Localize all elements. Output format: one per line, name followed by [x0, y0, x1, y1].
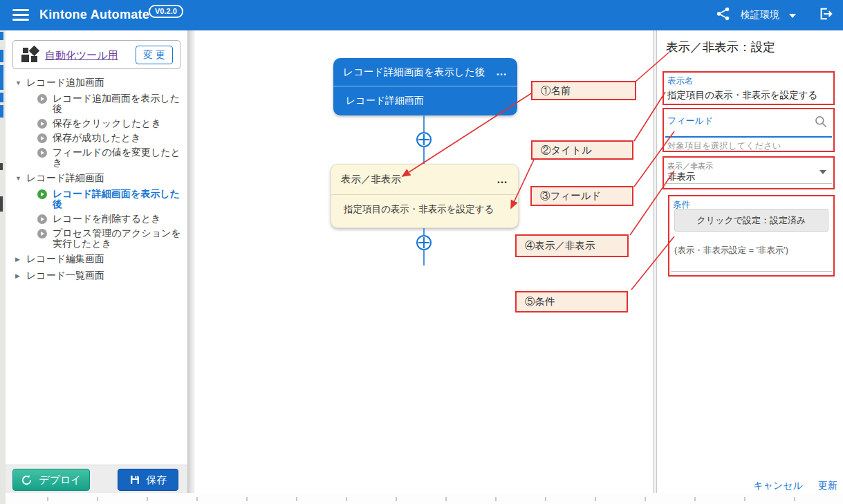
change-app-button[interactable]: 変更 [136, 46, 173, 64]
app-header: Kintone Automate V0.2.0 検証環境 [0, 0, 843, 30]
triangle-down-icon: ▼ [15, 175, 22, 182]
triangle-down-icon: ▼ [15, 80, 22, 86]
annotation-visibility: ④表示／非表示 [515, 234, 629, 257]
annotation-field: ③フィールド [530, 186, 633, 206]
hamburger-icon[interactable] [12, 9, 29, 21]
triangle-right-icon: ▶ [15, 256, 22, 263]
more-icon[interactable]: … [496, 68, 508, 75]
background-window-sliver [0, 30, 6, 504]
tree-group-record-detail[interactable]: ▼レコード詳細画面 [6, 170, 187, 187]
chevron-down-icon[interactable] [789, 14, 796, 18]
tree-item[interactable]: フィールドの値を変更したとき [6, 145, 187, 170]
field-placeholder[interactable]: 対象項目を選択してください [667, 140, 781, 152]
event-tree: ▼レコード追加画面 レコード追加画面を表示した後 保存をクリックしたとき 保存が… [6, 75, 187, 284]
input-underline [665, 136, 832, 138]
play-circle-icon [37, 148, 47, 158]
settings-panel: 表示／非表示：設定 表示名 指定項目の表示・非表示を設定する フィールド 対象項… [657, 30, 843, 493]
connector-line [423, 147, 425, 164]
app-link[interactable]: 自動化ツール用 [45, 49, 118, 62]
tree-item[interactable]: 保存をクリックしたとき [6, 116, 187, 131]
play-circle-icon [37, 214, 47, 224]
play-circle-icon [37, 229, 47, 239]
tree-group-record-list[interactable]: ▶レコード一覧画面 [6, 268, 187, 284]
display-name-field: 表示名 指定項目の表示・非表示を設定する [663, 71, 835, 105]
deploy-button[interactable]: デプロイ [12, 469, 90, 491]
app-title: Kintone Automate [39, 8, 149, 22]
visibility-label: 表示／非表示 [667, 161, 713, 171]
floppy-icon [129, 474, 140, 485]
tree-group-record-edit[interactable]: ▶レコード編集画面 [6, 251, 187, 268]
play-circle-icon [37, 133, 47, 143]
sidebar: 自動化ツール用 変更 ▼レコード追加画面 レコード追加画面を表示した後 保存をク… [6, 30, 188, 493]
triangle-right-icon: ▶ [15, 272, 22, 279]
node-title: 表示／非表示 [341, 173, 497, 186]
more-icon[interactable]: … [497, 176, 508, 183]
play-circle-icon [37, 189, 47, 199]
flow-node-event[interactable]: レコード詳細画面を表示した後 … レコード詳細画面 [333, 58, 517, 115]
sidebar-scrollbar[interactable] [188, 30, 194, 493]
tree-item[interactable]: レコードを削除するとき [6, 212, 187, 226]
connector-line [423, 250, 425, 265]
display-name-value[interactable]: 指定項目の表示・非表示を設定する [667, 89, 817, 102]
condition-set-button[interactable]: クリックで設定：設定済み [674, 209, 828, 232]
connector-line [423, 115, 425, 133]
visibility-value[interactable]: 非表示 [667, 171, 696, 183]
tree-item-selected[interactable]: レコード詳細画面を表示した後 [6, 187, 187, 212]
environment-label[interactable]: 検証環境 [741, 9, 779, 21]
plus-circle-icon[interactable] [416, 132, 432, 147]
annotation-condition: ⑤条件 [515, 291, 628, 312]
select-underline [665, 183, 832, 184]
update-link[interactable]: 更新 [818, 480, 837, 492]
field-label: フィールド [667, 115, 713, 127]
condition-section: 条件 クリックで設定：設定済み (表示・非表示設定 = '非表示') [668, 195, 835, 277]
logout-icon[interactable] [818, 6, 833, 24]
node-subtitle: レコード詳細画面 [333, 86, 517, 115]
condition-underline [671, 271, 832, 272]
node-title: レコード詳細画面を表示した後 [343, 66, 496, 79]
tree-item[interactable]: 保存が成功したとき [6, 131, 187, 145]
sidebar-footer: デプロイ 保存 [6, 465, 187, 493]
tree-group-record-add[interactable]: ▼レコード追加画面 [6, 75, 187, 91]
play-circle-icon [37, 94, 47, 104]
app-icon [21, 47, 38, 64]
node-subtitle: 指定項目の表示・非表示を設定する [331, 195, 518, 223]
plus-circle-icon[interactable] [416, 235, 432, 250]
annotation-title: ②タイトル [531, 140, 633, 160]
tree-item[interactable]: レコード追加画面を表示した後 [6, 91, 187, 116]
share-icon[interactable] [716, 6, 731, 24]
magnifier-icon[interactable] [814, 115, 828, 131]
dropdown-caret-icon[interactable] [819, 170, 826, 174]
condition-expression: (表示・非表示設定 = '非表示') [674, 245, 788, 256]
tree-item[interactable]: プロセス管理のアクションを実行したとき [6, 226, 187, 251]
annotation-name: ①名前 [531, 81, 636, 100]
flow-node-action[interactable]: 表示／非表示 … 指定項目の表示・非表示を設定する [331, 164, 519, 228]
save-button[interactable]: 保存 [118, 469, 178, 491]
play-circle-icon [37, 119, 47, 129]
bottom-ruler [0, 493, 843, 504]
visibility-select[interactable]: 表示／非表示 非表示 [663, 156, 835, 189]
version-badge: V0.2.0 [149, 5, 183, 18]
app-selector: 自動化ツール用 変更 [12, 40, 180, 69]
field-select: フィールド 対象項目を選択してください [663, 108, 835, 152]
display-name-label: 表示名 [667, 75, 694, 87]
cancel-link[interactable]: キャンセル [753, 480, 803, 492]
panel-title: 表示／非表示：設定 [666, 39, 775, 55]
sync-icon [21, 474, 33, 486]
